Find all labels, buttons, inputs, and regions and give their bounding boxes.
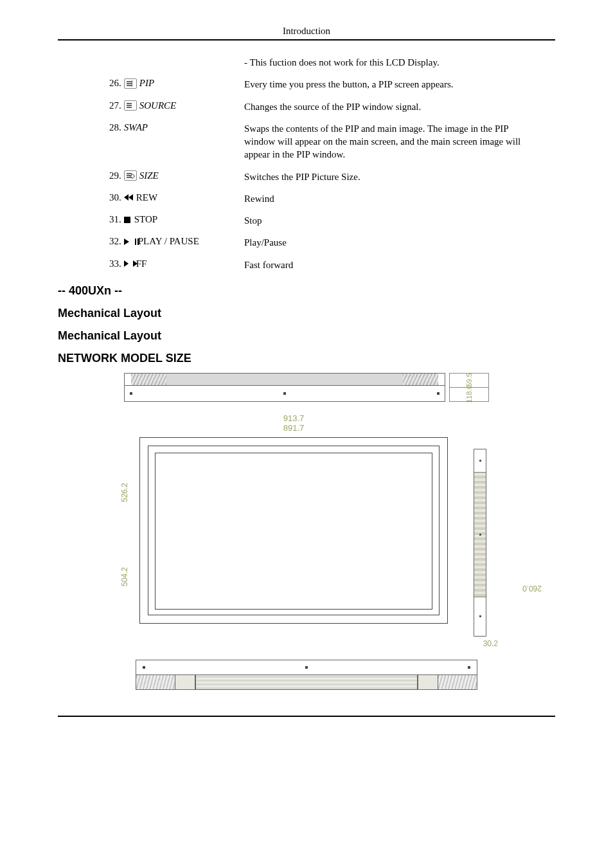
item-desc: Fast forward — [244, 258, 293, 271]
mechanical-layout-heading-1: Mechanical Layout — [58, 307, 555, 320]
mechanical-layout-heading-2: Mechanical Layout — [58, 329, 555, 343]
item-number: 33. — [109, 258, 121, 269]
item-desc: Rewind — [244, 192, 274, 205]
mechanical-diagrams: 59.5 118.0 526.2 504.2 913.7 891.7 — [58, 373, 555, 690]
footer-rule — [58, 716, 555, 717]
item-desc: Play/Pause — [244, 236, 287, 249]
definition-list: - This fuction does not work for this LC… — [109, 56, 555, 271]
pip-icon — [124, 78, 137, 89]
dim-strip-h2: 118.0 — [465, 385, 473, 403]
item-label: SIZE — [139, 170, 159, 181]
item-label: REW — [136, 192, 157, 203]
dim-front-w-inner: 891.7 — [139, 423, 448, 433]
dim-front-h-inner: 504.2 — [120, 567, 129, 586]
dim-front-h-outer: 526.2 — [120, 483, 129, 502]
item-label: FF — [136, 258, 147, 269]
item-number: 30. — [109, 192, 121, 203]
item-desc: Every time you press the button, a PIP s… — [244, 78, 454, 91]
front-view-diagram: 526.2 504.2 913.7 891.7 — [115, 413, 448, 624]
top-view-diagram: 59.5 118.0 — [58, 373, 555, 402]
ff-icon — [124, 260, 129, 267]
playpause-icon — [124, 239, 129, 245]
header-rule — [58, 39, 555, 41]
item-number: 32. — [109, 236, 121, 247]
item-number: 26. — [109, 78, 121, 89]
network-model-size-heading: NETWORK MODEL SIZE — [58, 352, 555, 365]
item-desc: Changes the source of the PIP window sig… — [244, 100, 421, 113]
source-icon — [124, 100, 137, 111]
item-desc: Switches the PIP Picture Size. — [244, 170, 360, 183]
page-header-title: Introduction — [58, 26, 555, 37]
item-label: PIP — [139, 78, 154, 89]
dim-side-depth: 260.0 — [445, 584, 542, 593]
dim-front-w-outer: 913.7 — [139, 413, 448, 424]
item-number: 28. — [109, 122, 121, 133]
stop-icon — [124, 217, 130, 223]
item-number: 29. — [109, 170, 121, 181]
rewind-icon — [124, 194, 129, 201]
dim-side-foot: 30.2 — [474, 639, 498, 648]
item-label: PLAY / PAUSE — [138, 236, 199, 247]
item-label: SOURCE — [139, 100, 177, 111]
item-desc: Swaps the contents of the PIP and main i… — [244, 122, 540, 161]
item-desc: Stop — [244, 214, 262, 227]
bottom-view-diagram — [58, 660, 555, 690]
item-label: STOP — [134, 214, 157, 225]
size-icon — [124, 170, 137, 181]
side-view-diagram: 260.0 30.2 — [474, 413, 498, 648]
item-number: 31. — [109, 214, 121, 225]
note-text: - This fuction does not work for this LC… — [244, 56, 440, 69]
model-heading: -- 400UXn -- — [58, 284, 555, 298]
item-label: SWAP — [124, 122, 148, 133]
item-number: 27. — [109, 100, 121, 111]
